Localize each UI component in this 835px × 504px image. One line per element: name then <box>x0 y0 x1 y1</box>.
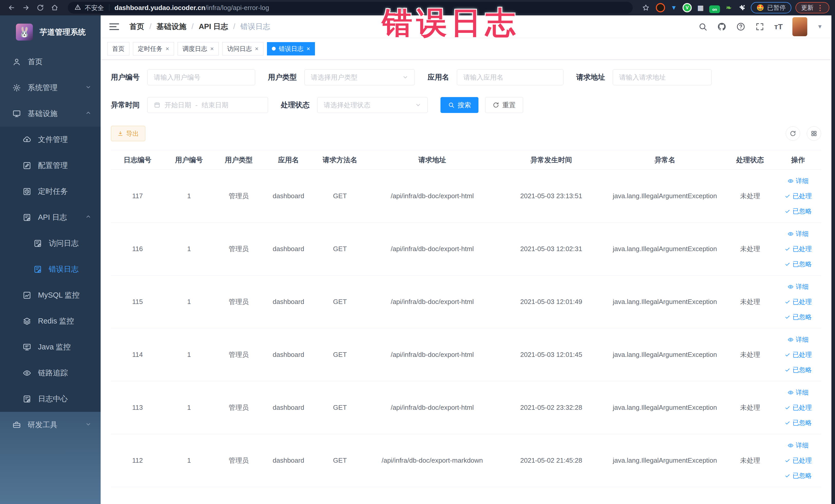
extension-icon-blue-drop[interactable]: ▼ <box>669 3 678 12</box>
action-已忽略[interactable]: 已忽略 <box>785 207 812 216</box>
browser-home-button[interactable] <box>49 2 61 14</box>
close-tab-icon[interactable]: × <box>255 45 259 53</box>
browser-reload-button[interactable] <box>34 2 46 14</box>
check-icon <box>785 208 791 215</box>
breadcrumb-api-log[interactable]: API 日志 <box>199 22 228 32</box>
browser-menu-icon[interactable]: ⋮ <box>816 4 824 12</box>
column-header-操作: 操作 <box>775 150 821 170</box>
browser-scrollbar[interactable] <box>831 15 835 504</box>
action-已处理[interactable]: 已处理 <box>785 192 812 200</box>
search-button[interactable]: 搜索 <box>441 97 478 113</box>
user-menu-caret-icon[interactable]: ▼ <box>817 23 823 30</box>
reset-button[interactable]: 重置 <box>485 97 523 113</box>
column-settings-button[interactable] <box>807 126 821 141</box>
extension-icon-green-v[interactable]: V <box>683 3 692 12</box>
user-avatar[interactable] <box>792 17 807 36</box>
profile-paused-chip[interactable]: 🤩 已暂停 <box>751 2 791 13</box>
tab-调度日志[interactable]: 调度日志× <box>178 42 219 56</box>
sidebar-item-mysql-监控[interactable]: MySQL 监控 <box>0 282 101 308</box>
sidebar-item-api-日志[interactable]: API 日志 <box>0 204 101 230</box>
sidebar-item-错误日志[interactable]: 错误日志 <box>0 256 101 282</box>
app-logo-row[interactable]: 🐰 芋道管理系统 <box>0 15 101 49</box>
fullscreen-icon[interactable] <box>755 22 765 31</box>
sidebar-item-java-监控[interactable]: Java 监控 <box>0 334 101 360</box>
user-id-input[interactable] <box>147 69 255 85</box>
filter-user-id: 用户编号 <box>111 69 255 85</box>
action-详细[interactable]: 详细 <box>788 441 809 449</box>
cell-actions: 详细已处理已忽略 <box>775 223 821 276</box>
sidebar-item-研发工具[interactable]: 研发工具 <box>0 412 101 438</box>
sidebar-item-文件管理[interactable]: 文件管理 <box>0 126 101 153</box>
action-详细[interactable]: 详细 <box>788 335 809 344</box>
extension-icon-grid[interactable]: ▦ <box>696 3 705 12</box>
tab-定时任务[interactable]: 定时任务× <box>133 42 174 56</box>
sidebar-item-redis-监控[interactable]: Redis 监控 <box>0 308 101 334</box>
extension-icon-orange[interactable] <box>656 3 665 12</box>
check-icon <box>785 314 791 320</box>
app-header: 首页 / 基础设施 / API 日志 / 错误日志 ᴛT ▼ <box>101 15 831 38</box>
action-详细[interactable]: 详细 <box>788 282 809 291</box>
action-已处理[interactable]: 已处理 <box>785 298 812 306</box>
process-status-select[interactable]: 请选择处理状态 <box>317 97 428 113</box>
font-size-icon[interactable]: ᴛT <box>774 22 782 31</box>
exception-time-range-picker[interactable]: 开始日期 - 结束日期 <box>147 97 268 113</box>
action-已处理[interactable]: 已处理 <box>785 350 812 359</box>
request-url-input[interactable] <box>613 69 712 85</box>
extension-icon-leaf[interactable]: ❧ <box>724 3 733 12</box>
close-tab-icon[interactable]: × <box>166 45 169 53</box>
action-已处理[interactable]: 已处理 <box>785 403 812 412</box>
cell-user_id: 1 <box>164 434 214 487</box>
tab-错误日志[interactable]: 错误日志× <box>267 42 315 56</box>
eye-icon <box>788 442 794 448</box>
action-已忽略[interactable]: 已忽略 <box>785 260 812 268</box>
action-详细[interactable]: 详细 <box>788 388 809 397</box>
action-label: 已处理 <box>793 245 812 253</box>
extension-icon-on-badge[interactable]: on <box>709 5 720 13</box>
action-已忽略[interactable]: 已忽略 <box>785 366 812 374</box>
sidebar-item-首页[interactable]: 首页 <box>0 49 101 75</box>
action-详细[interactable]: 详细 <box>788 229 809 238</box>
sidebar-item-系统管理[interactable]: 系统管理 <box>0 75 101 101</box>
cloud-icon <box>23 135 31 144</box>
sidebar-item-配置管理[interactable]: 配置管理 <box>0 153 101 178</box>
action-详细[interactable]: 详细 <box>788 177 809 185</box>
docpen-icon <box>23 213 31 222</box>
address-bar[interactable]: 不安全 dashboard.yudao.iocoder.cn/infra/log… <box>68 2 633 14</box>
breadcrumb-infra[interactable]: 基础设施 <box>157 22 186 32</box>
action-已忽略[interactable]: 已忽略 <box>785 313 812 321</box>
extensions-puzzle-icon[interactable] <box>737 3 747 12</box>
filter-app-name: 应用名 <box>428 69 564 85</box>
tab-访问日志[interactable]: 访问日志× <box>222 42 263 56</box>
table-row: 1161管理员dashboardGET/api/infra/db-doc/exp… <box>111 223 821 276</box>
security-label[interactable]: 不安全 <box>85 4 104 12</box>
action-已忽略[interactable]: 已忽略 <box>785 471 812 480</box>
cell-method: GET <box>313 276 367 328</box>
bookmark-star-icon[interactable] <box>640 2 652 14</box>
docpen-icon <box>33 239 42 248</box>
user-type-select[interactable]: 请选择用户类型 <box>304 69 415 85</box>
page-content: 用户编号 用户类型 请选择用户类型 应用名 请求地址 <box>101 60 831 487</box>
close-tab-icon[interactable]: × <box>306 45 310 53</box>
action-已处理[interactable]: 已处理 <box>785 245 812 253</box>
action-已处理[interactable]: 已处理 <box>785 456 812 465</box>
app-name-input[interactable] <box>457 69 564 85</box>
row-actions: 详细已处理已忽略 <box>775 177 821 216</box>
close-tab-icon[interactable]: × <box>210 45 214 53</box>
github-icon[interactable] <box>717 22 727 31</box>
browser-back-button[interactable] <box>6 2 18 14</box>
sidebar-item-基础设施[interactable]: 基础设施 <box>0 101 101 126</box>
search-icon[interactable] <box>698 22 708 31</box>
sidebar-item-日志中心[interactable]: 日志中心 <box>0 386 101 412</box>
sidebar-collapse-icon[interactable] <box>109 23 119 30</box>
browser-update-button[interactable]: 更新 ⋮ <box>795 2 829 13</box>
action-已忽略[interactable]: 已忽略 <box>785 419 812 427</box>
help-icon[interactable] <box>736 22 746 31</box>
refresh-table-button[interactable] <box>786 126 800 141</box>
breadcrumb-home[interactable]: 首页 <box>129 22 144 32</box>
browser-forward-button[interactable] <box>20 2 32 14</box>
tab-首页[interactable]: 首页 <box>107 42 129 56</box>
export-button[interactable]: 导出 <box>111 126 145 141</box>
sidebar-item-链路追踪[interactable]: 链路追踪 <box>0 360 101 386</box>
sidebar-item-定时任务[interactable]: 定时任务 <box>0 178 101 204</box>
sidebar-item-访问日志[interactable]: 访问日志 <box>0 230 101 256</box>
